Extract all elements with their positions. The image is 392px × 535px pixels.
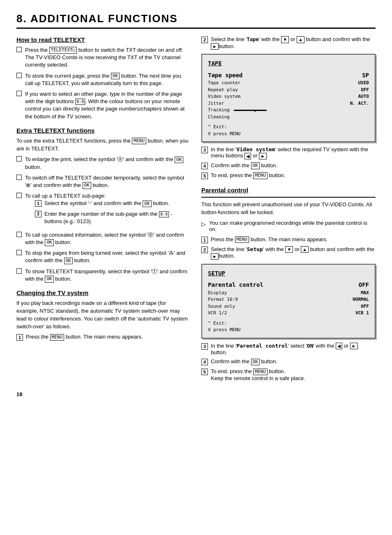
parental-step-1-text: Press the MENU button. The main menu app…: [211, 236, 327, 243]
extra-bullet-2-text: To switch off the TELETEXT decoder tempo…: [25, 174, 189, 189]
tape-screen-footer: ^ Exit: V press MENU: [208, 124, 369, 137]
parental-section-title: Parental control: [201, 187, 376, 194]
tv-step-4-badge: 4: [201, 163, 208, 169]
tape-counter-value: USED: [358, 80, 369, 87]
checkbox-icon-7: [16, 232, 22, 237]
extra-teletext-section: Extra TELETEXT functions To use the extr…: [16, 127, 189, 283]
format-label: Format 16:9: [208, 296, 238, 303]
ok-ref-7: OK: [45, 276, 53, 282]
display-row: Display MAX: [208, 290, 369, 297]
vcr-row: VCR 1/2 VCR 1: [208, 310, 369, 317]
teletext-button: TELETEXT□: [49, 47, 77, 53]
tape-counter-row: Tape counter USED: [208, 80, 369, 87]
tape-speed-row: Tape speed SP: [208, 71, 369, 80]
teletext-bullet-2-text: To store the current page, press the OK …: [25, 72, 189, 87]
vcr-label: VCR 1/2: [208, 310, 227, 317]
jitter-label: Jitter: [208, 100, 224, 107]
extra-bullet-4: To call up concealed information, select…: [16, 231, 189, 246]
parental-control-value: OFF: [359, 280, 369, 289]
right-column: 2 Select the line 'Tape' with the ▼ or ▲…: [201, 36, 376, 383]
extra-bullet-2: To switch off the TELETEXT decoder tempo…: [16, 174, 189, 189]
tv-step-3-badge: 3: [201, 147, 208, 153]
parental-step-1: 1 Press the MENU button. The main menu a…: [201, 236, 376, 243]
down-arrow-ref: ▼: [281, 36, 289, 43]
menu-ref-tv5: MENU: [253, 172, 267, 179]
video-system-code: Video system: [236, 146, 275, 152]
vcr-value: VCR 1: [355, 310, 369, 317]
checkbox-icon-9: [16, 268, 22, 274]
ok-ref-6: OK: [64, 258, 73, 264]
tape-speed-value: SP: [362, 71, 369, 80]
sub-steps: 1 Select the symbol '◦' and confirm with…: [35, 200, 189, 225]
tv-step-4-text: Confirm with the OK button.: [211, 162, 277, 169]
tape-screen: TAPE Tape speed SP Tape counter USED Rep…: [201, 54, 376, 142]
teletext-bullet-2: To store the current page, press the OK …: [16, 72, 189, 87]
ok-ref-2: OK: [175, 157, 183, 163]
extra-bullet-1-text: To enlarge the print, select the symbol …: [25, 156, 189, 171]
right-arrow-ref: ►: [211, 43, 219, 50]
tv-step-2-text: Select the line 'Tape' with the ▼ or ▲ b…: [211, 36, 376, 50]
sub-step-1: 1 Select the symbol '◦' and confirm with…: [35, 200, 189, 207]
sound-only-label: Sound only: [208, 303, 235, 310]
teletext-bullet-3-text: If you want to select an other page, typ…: [25, 90, 189, 120]
setup-code: Setup: [247, 246, 263, 252]
tv-step-1-badge: 1: [16, 334, 23, 341]
tape-code: Tape: [247, 37, 259, 42]
teletext-bullet-1: Press the TELETEXT□ button to switch the…: [16, 46, 189, 69]
page-title: 8. ADDITIONAL FUNCTIONS: [16, 12, 376, 25]
extra-bullet-4-text: To call up concealed information, select…: [25, 231, 189, 246]
num-badge-2: 2: [35, 211, 42, 217]
sound-only-row: Sound only OFF: [208, 303, 369, 310]
checkbox-icon-3: [16, 91, 22, 96]
display-label: Display: [208, 290, 227, 297]
parental-control-label: Parental control: [208, 280, 263, 289]
arrow-note-icon: ▷: [201, 221, 206, 227]
menu-ref-p1: MENU: [235, 236, 249, 243]
ok-button-ref: OK: [111, 73, 120, 79]
right-arrow-p2: ►: [211, 253, 219, 260]
ok-ref-tv4: OK: [251, 162, 260, 169]
tv-step-5-text: To end, press the MENU button.: [211, 172, 285, 179]
teletext-bullet-3: If you want to select an other page, typ…: [16, 90, 189, 120]
menu-ref-tv: MENU: [50, 334, 65, 341]
sub-step-1-text: Select the symbol '◦' and confirm with t…: [44, 200, 169, 207]
sub-step-2-text: Enter the page number of the sub-page wi…: [44, 210, 189, 225]
extra-teletext-intro: To use the extra TELETEXT functions, pre…: [16, 137, 189, 153]
tracking-marker: ▼: [254, 108, 256, 114]
extra-bullet-6-text: To show TELETEXT transparently, select t…: [25, 268, 189, 283]
tape-footer-1: ^ Exit:: [208, 124, 369, 131]
tape-screen-title: TAPE: [208, 59, 369, 68]
parental-step-4: 4 Confirm with the OK button.: [201, 358, 376, 365]
checkbox-icon-5: [16, 175, 22, 180]
extra-bullet-5-text: To stop the pages from being turned over…: [25, 249, 189, 264]
section-tv-system-title: Changing the TV system: [16, 289, 189, 296]
teletext-bullet-1-text: Press the TELETEXT□ button to switch the…: [25, 46, 189, 69]
tv-step-5-badge: 5: [201, 173, 208, 179]
digits-button: 0-9: [75, 99, 85, 105]
parental-step-5-badge: 5: [201, 369, 208, 375]
parental-note: ▷ You can make programmed recordings whi…: [201, 220, 376, 232]
parental-step-4-text: Confirm with the OK button.: [211, 358, 277, 365]
format-row: Format 16:9 NORMAL: [208, 296, 369, 303]
left-column: How to read TELETEXT Press the TELETEXT□…: [16, 36, 189, 383]
cleaning-row: Cleaning: [208, 114, 369, 121]
video-system-value: AUTO: [358, 93, 369, 100]
checkbox-icon-4: [16, 156, 22, 161]
page-number: 18: [16, 391, 376, 397]
num-badge-1: 1: [35, 200, 42, 207]
tv-system-section: Changing the TV system If you play back …: [16, 289, 189, 341]
jitter-value: N. ACT.: [350, 100, 369, 107]
parental-step-3: 3 In the line 'Parental control' select …: [201, 343, 376, 356]
checkbox-icon: [16, 47, 22, 52]
setup-screen-title: SETUP: [208, 269, 369, 278]
parental-step-3-badge: 3: [201, 343, 208, 350]
ok-ref-p4: OK: [251, 359, 260, 365]
left-arrow-ref: ◀: [244, 153, 251, 159]
left-arrow-p3: ◀: [336, 343, 342, 349]
tv-system-body: If you play back recordings made on a di…: [16, 300, 189, 330]
display-value: MAX: [361, 290, 369, 297]
tracking-label: Tracking: [208, 107, 230, 114]
parental-step-2-badge: 2: [201, 247, 208, 253]
checkbox-icon-6: [16, 193, 22, 198]
top-rule: [16, 28, 376, 29]
